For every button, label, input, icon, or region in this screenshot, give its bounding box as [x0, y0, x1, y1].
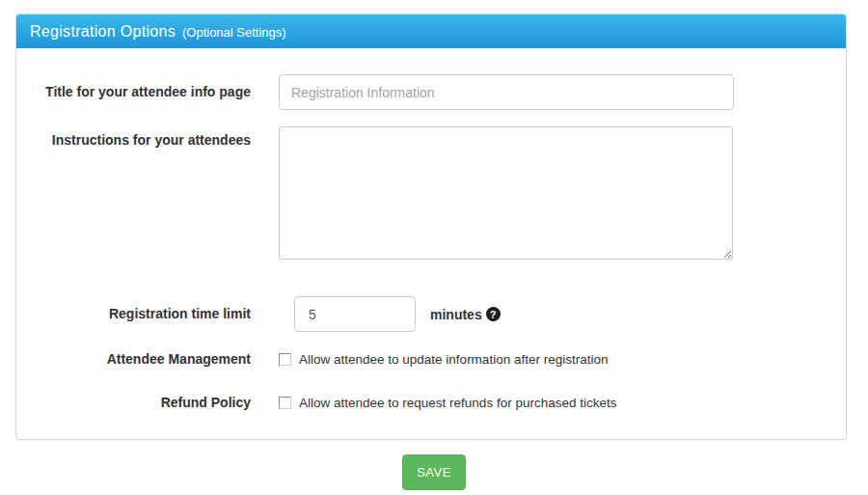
- time-limit-input[interactable]: [294, 296, 416, 332]
- form-row-refund-policy: Refund Policy Allow attendee to request …: [16, 395, 846, 412]
- title-field-label: Title for your attendee info page: [16, 74, 279, 101]
- form-row-time-limit: Registration time limit minutes ?: [16, 296, 846, 332]
- form-row-attendee-management: Attendee Management Allow attendee to up…: [16, 351, 846, 369]
- panel-title: Registration Options: [30, 23, 176, 41]
- form-row-instructions: Instructions for your attendees: [16, 126, 846, 260]
- attendee-management-field-label: Attendee Management: [16, 351, 279, 369]
- instructions-textarea[interactable]: [279, 126, 733, 260]
- refund-policy-checkbox-wrap: Allow attendee to request refunds for pu…: [279, 395, 616, 412]
- question-circle-icon[interactable]: ?: [486, 307, 501, 321]
- panel-subtitle: (Optional Settings): [182, 23, 286, 40]
- refund-policy-checkbox-label[interactable]: Allow attendee to request refunds for pu…: [299, 395, 616, 412]
- instructions-field-label: Instructions for your attendees: [16, 126, 279, 150]
- time-limit-field-label: Registration time limit: [16, 306, 279, 323]
- registration-options-panel: Registration Options (Optional Settings)…: [15, 14, 847, 440]
- refund-policy-field-label: Refund Policy: [16, 395, 279, 412]
- form-actions: SAVE: [0, 454, 868, 490]
- refund-policy-checkbox[interactable]: [279, 397, 291, 409]
- panel-header: Registration Options (Optional Settings): [16, 14, 846, 48]
- panel-body: Title for your attendee info page Instru…: [16, 48, 846, 439]
- attendee-management-checkbox[interactable]: [279, 353, 291, 366]
- title-input[interactable]: [279, 74, 734, 110]
- form-row-title: Title for your attendee info page: [16, 74, 846, 110]
- save-button[interactable]: SAVE: [402, 454, 466, 490]
- attendee-management-checkbox-wrap: Allow attendee to update information aft…: [279, 351, 608, 369]
- attendee-management-checkbox-label[interactable]: Allow attendee to update information aft…: [299, 351, 608, 369]
- minutes-unit-label: minutes: [430, 307, 482, 322]
